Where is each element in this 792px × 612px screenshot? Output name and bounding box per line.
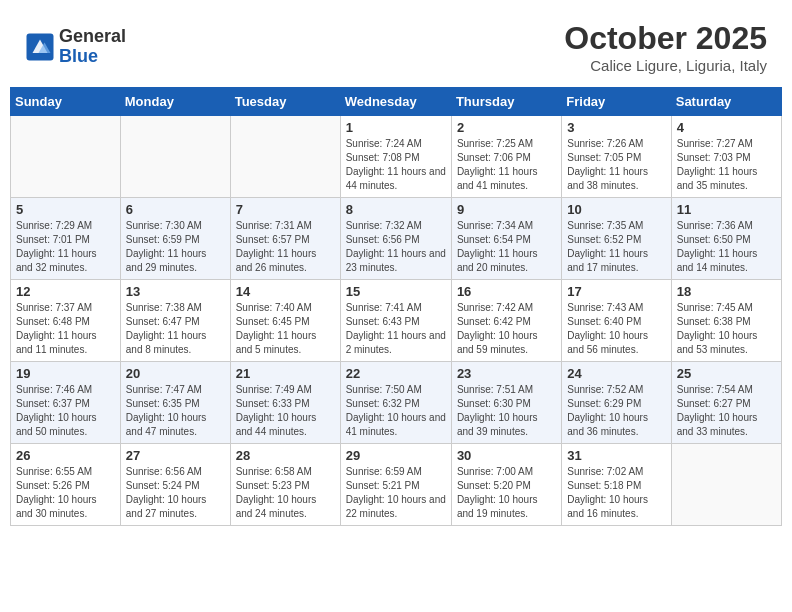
calendar-cell: 6Sunrise: 7:30 AM Sunset: 6:59 PM Daylig… (120, 198, 230, 280)
day-info: Sunrise: 7:24 AM Sunset: 7:08 PM Dayligh… (346, 137, 446, 193)
calendar-cell: 15Sunrise: 7:41 AM Sunset: 6:43 PM Dayli… (340, 280, 451, 362)
day-number: 19 (16, 366, 115, 381)
day-number: 14 (236, 284, 335, 299)
day-info: Sunrise: 7:50 AM Sunset: 6:32 PM Dayligh… (346, 383, 446, 439)
day-number: 7 (236, 202, 335, 217)
day-number: 22 (346, 366, 446, 381)
location-subtitle: Calice Ligure, Liguria, Italy (564, 57, 767, 74)
calendar-cell: 26Sunrise: 6:55 AM Sunset: 5:26 PM Dayli… (11, 444, 121, 526)
day-number: 16 (457, 284, 556, 299)
day-info: Sunrise: 7:41 AM Sunset: 6:43 PM Dayligh… (346, 301, 446, 357)
calendar-cell: 3Sunrise: 7:26 AM Sunset: 7:05 PM Daylig… (562, 116, 671, 198)
day-info: Sunrise: 7:00 AM Sunset: 5:20 PM Dayligh… (457, 465, 556, 521)
day-number: 28 (236, 448, 335, 463)
day-number: 25 (677, 366, 776, 381)
day-number: 10 (567, 202, 665, 217)
day-info: Sunrise: 7:54 AM Sunset: 6:27 PM Dayligh… (677, 383, 776, 439)
calendar-cell: 22Sunrise: 7:50 AM Sunset: 6:32 PM Dayli… (340, 362, 451, 444)
day-info: Sunrise: 6:58 AM Sunset: 5:23 PM Dayligh… (236, 465, 335, 521)
day-number: 2 (457, 120, 556, 135)
calendar-cell: 27Sunrise: 6:56 AM Sunset: 5:24 PM Dayli… (120, 444, 230, 526)
month-title: October 2025 (564, 20, 767, 57)
calendar-cell: 25Sunrise: 7:54 AM Sunset: 6:27 PM Dayli… (671, 362, 781, 444)
day-number: 8 (346, 202, 446, 217)
calendar-cell: 21Sunrise: 7:49 AM Sunset: 6:33 PM Dayli… (230, 362, 340, 444)
calendar-cell: 14Sunrise: 7:40 AM Sunset: 6:45 PM Dayli… (230, 280, 340, 362)
day-info: Sunrise: 7:32 AM Sunset: 6:56 PM Dayligh… (346, 219, 446, 275)
calendar-cell: 9Sunrise: 7:34 AM Sunset: 6:54 PM Daylig… (451, 198, 561, 280)
calendar-cell: 8Sunrise: 7:32 AM Sunset: 6:56 PM Daylig… (340, 198, 451, 280)
calendar-cell: 1Sunrise: 7:24 AM Sunset: 7:08 PM Daylig… (340, 116, 451, 198)
day-number: 20 (126, 366, 225, 381)
calendar-cell: 16Sunrise: 7:42 AM Sunset: 6:42 PM Dayli… (451, 280, 561, 362)
calendar-cell (120, 116, 230, 198)
calendar-cell: 2Sunrise: 7:25 AM Sunset: 7:06 PM Daylig… (451, 116, 561, 198)
calendar-cell: 30Sunrise: 7:00 AM Sunset: 5:20 PM Dayli… (451, 444, 561, 526)
day-info: Sunrise: 7:46 AM Sunset: 6:37 PM Dayligh… (16, 383, 115, 439)
column-header-monday: Monday (120, 88, 230, 116)
column-header-tuesday: Tuesday (230, 88, 340, 116)
calendar-table: SundayMondayTuesdayWednesdayThursdayFrid… (10, 87, 782, 526)
day-info: Sunrise: 7:49 AM Sunset: 6:33 PM Dayligh… (236, 383, 335, 439)
day-number: 3 (567, 120, 665, 135)
calendar-cell (230, 116, 340, 198)
day-info: Sunrise: 7:27 AM Sunset: 7:03 PM Dayligh… (677, 137, 776, 193)
day-number: 17 (567, 284, 665, 299)
calendar-cell: 4Sunrise: 7:27 AM Sunset: 7:03 PM Daylig… (671, 116, 781, 198)
calendar-cell: 17Sunrise: 7:43 AM Sunset: 6:40 PM Dayli… (562, 280, 671, 362)
day-number: 26 (16, 448, 115, 463)
calendar-cell (11, 116, 121, 198)
logo-blue-text: Blue (59, 47, 126, 67)
day-number: 27 (126, 448, 225, 463)
calendar-week-row: 26Sunrise: 6:55 AM Sunset: 5:26 PM Dayli… (11, 444, 782, 526)
column-header-sunday: Sunday (11, 88, 121, 116)
calendar-cell: 18Sunrise: 7:45 AM Sunset: 6:38 PM Dayli… (671, 280, 781, 362)
day-number: 24 (567, 366, 665, 381)
logo-general-text: General (59, 27, 126, 47)
day-info: Sunrise: 7:31 AM Sunset: 6:57 PM Dayligh… (236, 219, 335, 275)
page-header: General Blue October 2025 Calice Ligure,… (10, 10, 782, 79)
day-info: Sunrise: 7:02 AM Sunset: 5:18 PM Dayligh… (567, 465, 665, 521)
day-number: 21 (236, 366, 335, 381)
logo-icon (25, 32, 55, 62)
calendar-cell: 5Sunrise: 7:29 AM Sunset: 7:01 PM Daylig… (11, 198, 121, 280)
calendar-header-row: SundayMondayTuesdayWednesdayThursdayFrid… (11, 88, 782, 116)
day-number: 1 (346, 120, 446, 135)
column-header-thursday: Thursday (451, 88, 561, 116)
day-info: Sunrise: 7:38 AM Sunset: 6:47 PM Dayligh… (126, 301, 225, 357)
calendar-week-row: 1Sunrise: 7:24 AM Sunset: 7:08 PM Daylig… (11, 116, 782, 198)
day-info: Sunrise: 7:45 AM Sunset: 6:38 PM Dayligh… (677, 301, 776, 357)
day-info: Sunrise: 6:56 AM Sunset: 5:24 PM Dayligh… (126, 465, 225, 521)
calendar-cell (671, 444, 781, 526)
column-header-friday: Friday (562, 88, 671, 116)
day-info: Sunrise: 7:52 AM Sunset: 6:29 PM Dayligh… (567, 383, 665, 439)
day-info: Sunrise: 7:35 AM Sunset: 6:52 PM Dayligh… (567, 219, 665, 275)
day-info: Sunrise: 7:51 AM Sunset: 6:30 PM Dayligh… (457, 383, 556, 439)
day-number: 15 (346, 284, 446, 299)
day-number: 18 (677, 284, 776, 299)
day-info: Sunrise: 7:37 AM Sunset: 6:48 PM Dayligh… (16, 301, 115, 357)
day-info: Sunrise: 7:40 AM Sunset: 6:45 PM Dayligh… (236, 301, 335, 357)
day-number: 11 (677, 202, 776, 217)
day-info: Sunrise: 6:55 AM Sunset: 5:26 PM Dayligh… (16, 465, 115, 521)
day-info: Sunrise: 7:42 AM Sunset: 6:42 PM Dayligh… (457, 301, 556, 357)
day-info: Sunrise: 7:47 AM Sunset: 6:35 PM Dayligh… (126, 383, 225, 439)
calendar-week-row: 5Sunrise: 7:29 AM Sunset: 7:01 PM Daylig… (11, 198, 782, 280)
calendar-week-row: 19Sunrise: 7:46 AM Sunset: 6:37 PM Dayli… (11, 362, 782, 444)
calendar-cell: 24Sunrise: 7:52 AM Sunset: 6:29 PM Dayli… (562, 362, 671, 444)
calendar-cell: 28Sunrise: 6:58 AM Sunset: 5:23 PM Dayli… (230, 444, 340, 526)
logo: General Blue (25, 27, 126, 67)
calendar-cell: 7Sunrise: 7:31 AM Sunset: 6:57 PM Daylig… (230, 198, 340, 280)
column-header-wednesday: Wednesday (340, 88, 451, 116)
day-info: Sunrise: 7:25 AM Sunset: 7:06 PM Dayligh… (457, 137, 556, 193)
day-info: Sunrise: 7:29 AM Sunset: 7:01 PM Dayligh… (16, 219, 115, 275)
day-number: 31 (567, 448, 665, 463)
day-info: Sunrise: 7:34 AM Sunset: 6:54 PM Dayligh… (457, 219, 556, 275)
day-number: 13 (126, 284, 225, 299)
day-info: Sunrise: 7:36 AM Sunset: 6:50 PM Dayligh… (677, 219, 776, 275)
calendar-week-row: 12Sunrise: 7:37 AM Sunset: 6:48 PM Dayli… (11, 280, 782, 362)
day-number: 29 (346, 448, 446, 463)
day-info: Sunrise: 7:30 AM Sunset: 6:59 PM Dayligh… (126, 219, 225, 275)
calendar-cell: 11Sunrise: 7:36 AM Sunset: 6:50 PM Dayli… (671, 198, 781, 280)
calendar-cell: 19Sunrise: 7:46 AM Sunset: 6:37 PM Dayli… (11, 362, 121, 444)
